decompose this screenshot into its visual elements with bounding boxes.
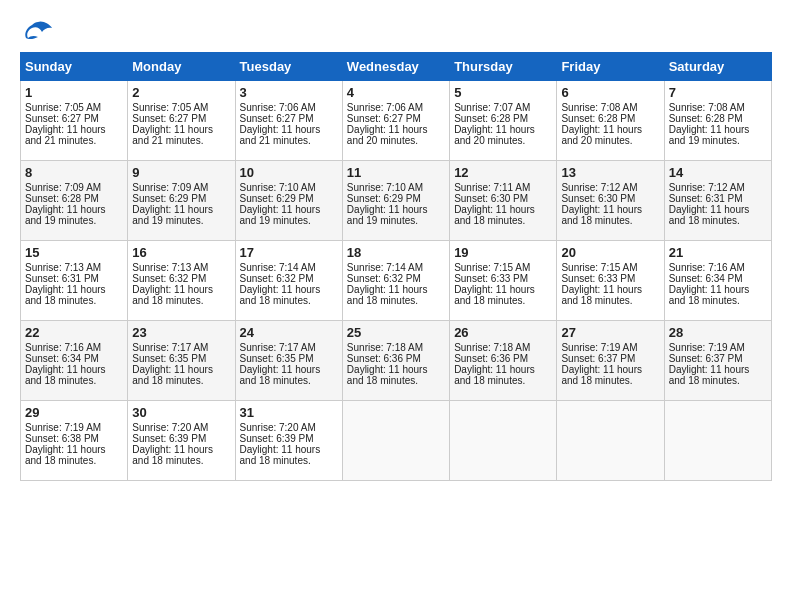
day-number: 12 — [454, 165, 552, 180]
day-info: Daylight: 11 hours and 21 minutes. — [240, 124, 338, 146]
weekday-header-sunday: Sunday — [21, 53, 128, 81]
calendar-cell: 25Sunrise: 7:18 AMSunset: 6:36 PMDayligh… — [342, 321, 449, 401]
day-info: Sunset: 6:31 PM — [669, 193, 767, 204]
day-number: 1 — [25, 85, 123, 100]
day-info: Sunset: 6:30 PM — [454, 193, 552, 204]
calendar-cell: 24Sunrise: 7:17 AMSunset: 6:35 PMDayligh… — [235, 321, 342, 401]
day-number: 4 — [347, 85, 445, 100]
calendar-cell: 26Sunrise: 7:18 AMSunset: 6:36 PMDayligh… — [450, 321, 557, 401]
calendar-cell: 5Sunrise: 7:07 AMSunset: 6:28 PMDaylight… — [450, 81, 557, 161]
day-info: Sunrise: 7:20 AM — [132, 422, 230, 433]
day-info: Daylight: 11 hours and 21 minutes. — [25, 124, 123, 146]
day-info: Daylight: 11 hours and 18 minutes. — [25, 284, 123, 306]
calendar-header-row: SundayMondayTuesdayWednesdayThursdayFrid… — [21, 53, 772, 81]
calendar-cell: 11Sunrise: 7:10 AMSunset: 6:29 PMDayligh… — [342, 161, 449, 241]
calendar-cell: 8Sunrise: 7:09 AMSunset: 6:28 PMDaylight… — [21, 161, 128, 241]
day-info: Sunrise: 7:05 AM — [25, 102, 123, 113]
calendar-cell: 28Sunrise: 7:19 AMSunset: 6:37 PMDayligh… — [664, 321, 771, 401]
calendar-cell: 16Sunrise: 7:13 AMSunset: 6:32 PMDayligh… — [128, 241, 235, 321]
day-number: 2 — [132, 85, 230, 100]
calendar-cell: 31Sunrise: 7:20 AMSunset: 6:39 PMDayligh… — [235, 401, 342, 481]
day-info: Sunrise: 7:18 AM — [454, 342, 552, 353]
day-info: Sunset: 6:27 PM — [132, 113, 230, 124]
day-info: Sunset: 6:36 PM — [454, 353, 552, 364]
calendar-table: SundayMondayTuesdayWednesdayThursdayFrid… — [20, 52, 772, 481]
day-info: Daylight: 11 hours and 18 minutes. — [347, 284, 445, 306]
calendar-cell: 6Sunrise: 7:08 AMSunset: 6:28 PMDaylight… — [557, 81, 664, 161]
day-number: 11 — [347, 165, 445, 180]
weekday-header-wednesday: Wednesday — [342, 53, 449, 81]
calendar-cell — [342, 401, 449, 481]
calendar-cell: 20Sunrise: 7:15 AMSunset: 6:33 PMDayligh… — [557, 241, 664, 321]
day-number: 31 — [240, 405, 338, 420]
day-info: Sunrise: 7:13 AM — [25, 262, 123, 273]
day-info: Daylight: 11 hours and 20 minutes. — [454, 124, 552, 146]
day-info: Sunset: 6:36 PM — [347, 353, 445, 364]
day-info: Sunset: 6:28 PM — [669, 113, 767, 124]
day-info: Sunrise: 7:17 AM — [132, 342, 230, 353]
calendar-cell: 7Sunrise: 7:08 AMSunset: 6:28 PMDaylight… — [664, 81, 771, 161]
day-info: Sunrise: 7:11 AM — [454, 182, 552, 193]
day-info: Daylight: 11 hours and 18 minutes. — [561, 364, 659, 386]
weekday-header-friday: Friday — [557, 53, 664, 81]
calendar-cell: 17Sunrise: 7:14 AMSunset: 6:32 PMDayligh… — [235, 241, 342, 321]
day-number: 16 — [132, 245, 230, 260]
day-info: Sunset: 6:28 PM — [454, 113, 552, 124]
day-info: Sunset: 6:39 PM — [132, 433, 230, 444]
day-number: 29 — [25, 405, 123, 420]
day-info: Daylight: 11 hours and 18 minutes. — [669, 284, 767, 306]
day-info: Daylight: 11 hours and 18 minutes. — [561, 204, 659, 226]
calendar-week-row: 22Sunrise: 7:16 AMSunset: 6:34 PMDayligh… — [21, 321, 772, 401]
day-info: Sunrise: 7:12 AM — [561, 182, 659, 193]
day-info: Sunset: 6:33 PM — [561, 273, 659, 284]
day-info: Daylight: 11 hours and 19 minutes. — [669, 124, 767, 146]
day-info: Daylight: 11 hours and 18 minutes. — [240, 284, 338, 306]
day-info: Sunrise: 7:13 AM — [132, 262, 230, 273]
calendar-week-row: 1Sunrise: 7:05 AMSunset: 6:27 PMDaylight… — [21, 81, 772, 161]
calendar-cell: 15Sunrise: 7:13 AMSunset: 6:31 PMDayligh… — [21, 241, 128, 321]
day-number: 28 — [669, 325, 767, 340]
weekday-header-thursday: Thursday — [450, 53, 557, 81]
day-info: Daylight: 11 hours and 18 minutes. — [454, 284, 552, 306]
day-number: 18 — [347, 245, 445, 260]
day-number: 24 — [240, 325, 338, 340]
day-info: Daylight: 11 hours and 18 minutes. — [132, 444, 230, 466]
day-info: Sunrise: 7:19 AM — [669, 342, 767, 353]
day-info: Sunset: 6:38 PM — [25, 433, 123, 444]
calendar-cell: 19Sunrise: 7:15 AMSunset: 6:33 PMDayligh… — [450, 241, 557, 321]
day-info: Sunset: 6:35 PM — [132, 353, 230, 364]
weekday-header-saturday: Saturday — [664, 53, 771, 81]
day-number: 8 — [25, 165, 123, 180]
day-number: 20 — [561, 245, 659, 260]
day-info: Daylight: 11 hours and 19 minutes. — [25, 204, 123, 226]
day-info: Sunset: 6:37 PM — [669, 353, 767, 364]
day-number: 15 — [25, 245, 123, 260]
day-number: 17 — [240, 245, 338, 260]
day-info: Sunrise: 7:17 AM — [240, 342, 338, 353]
day-info: Daylight: 11 hours and 19 minutes. — [132, 204, 230, 226]
day-number: 21 — [669, 245, 767, 260]
calendar-cell: 14Sunrise: 7:12 AMSunset: 6:31 PMDayligh… — [664, 161, 771, 241]
day-info: Daylight: 11 hours and 18 minutes. — [240, 444, 338, 466]
calendar-body: 1Sunrise: 7:05 AMSunset: 6:27 PMDaylight… — [21, 81, 772, 481]
day-number: 27 — [561, 325, 659, 340]
day-info: Sunrise: 7:15 AM — [454, 262, 552, 273]
day-info: Sunset: 6:30 PM — [561, 193, 659, 204]
day-info: Sunrise: 7:19 AM — [25, 422, 123, 433]
day-number: 5 — [454, 85, 552, 100]
calendar-cell: 13Sunrise: 7:12 AMSunset: 6:30 PMDayligh… — [557, 161, 664, 241]
calendar-cell: 12Sunrise: 7:11 AMSunset: 6:30 PMDayligh… — [450, 161, 557, 241]
calendar-cell — [450, 401, 557, 481]
day-info: Sunrise: 7:09 AM — [132, 182, 230, 193]
day-info: Sunset: 6:32 PM — [347, 273, 445, 284]
day-info: Daylight: 11 hours and 21 minutes. — [132, 124, 230, 146]
day-info: Daylight: 11 hours and 19 minutes. — [347, 204, 445, 226]
day-info: Daylight: 11 hours and 18 minutes. — [669, 364, 767, 386]
calendar-cell: 4Sunrise: 7:06 AMSunset: 6:27 PMDaylight… — [342, 81, 449, 161]
logo — [20, 20, 52, 42]
calendar-cell: 10Sunrise: 7:10 AMSunset: 6:29 PMDayligh… — [235, 161, 342, 241]
day-info: Daylight: 11 hours and 20 minutes. — [561, 124, 659, 146]
day-info: Sunset: 6:28 PM — [25, 193, 123, 204]
weekday-header-monday: Monday — [128, 53, 235, 81]
day-info: Sunset: 6:29 PM — [132, 193, 230, 204]
